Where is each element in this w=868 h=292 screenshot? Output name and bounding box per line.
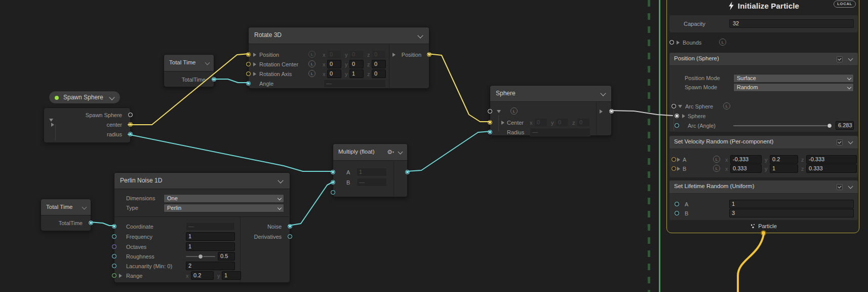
lifetime-a-field[interactable]: 1 (729, 200, 854, 208)
foldout-right-icon[interactable] (600, 110, 603, 114)
frequency-field[interactable]: 1 (186, 232, 235, 241)
chevron-down-icon[interactable] (278, 177, 283, 183)
output-port-position[interactable] (427, 52, 431, 57)
position-z-field[interactable]: 0 (372, 50, 386, 59)
velocity-b-x-field[interactable]: 0.333 (730, 164, 762, 173)
output-port-sphere[interactable] (609, 109, 614, 114)
foldout-right-icon[interactable] (677, 41, 680, 45)
chevron-down-icon[interactable] (417, 32, 423, 38)
block-enabled-checkbox[interactable] (837, 56, 843, 62)
velocity-a-z-field[interactable]: -0.333 (806, 155, 857, 164)
foldout-down-icon[interactable] (678, 105, 682, 108)
node-header[interactable]: Total Time (41, 199, 91, 215)
roughness-slider-handle[interactable] (198, 254, 203, 259)
local-space-badge[interactable]: L (308, 60, 315, 67)
local-space-badge[interactable]: L (713, 165, 720, 172)
input-port-arc-sphere[interactable] (672, 104, 676, 108)
output-port-derivatives[interactable] (288, 234, 292, 239)
local-space-badge[interactable]: L (713, 156, 720, 163)
input-port-lacunarity[interactable] (112, 264, 116, 268)
node-spawn-sphere-header[interactable]: Spawn Sphere (49, 91, 121, 104)
rotation-center-x-field[interactable]: 0 (327, 60, 341, 68)
output-port-noise[interactable] (288, 224, 292, 229)
rotation-center-z-field[interactable]: 0 (372, 60, 386, 68)
node-header[interactable]: Total Time (164, 55, 214, 71)
lacunarity-field[interactable]: 2 (186, 262, 235, 270)
node-header[interactable]: Multiply (float) ⚙▾ (333, 144, 407, 161)
input-port-velocity-b[interactable] (672, 166, 676, 171)
input-port-add-operand[interactable] (331, 190, 335, 195)
output-port-center[interactable] (128, 122, 133, 127)
input-port-roughness[interactable] (112, 254, 116, 259)
block-enabled-checkbox[interactable] (837, 184, 843, 190)
foldout-down-icon[interactable] (497, 110, 501, 113)
arc-angle-slider-track[interactable] (733, 125, 831, 126)
input-port-lifetime-b[interactable] (675, 211, 679, 215)
context-title-row[interactable]: Initialize Particle (666, 0, 861, 11)
chevron-down-icon[interactable] (848, 184, 853, 189)
local-space-badge[interactable]: L (723, 102, 730, 110)
input-port-b[interactable] (331, 180, 335, 185)
lifetime-b-field[interactable]: 3 (729, 209, 854, 217)
local-space-badge[interactable]: L (719, 39, 726, 46)
position-y-field[interactable]: 0 (349, 50, 364, 59)
input-port-position[interactable] (246, 52, 251, 57)
center-y-field[interactable]: 0 (556, 118, 569, 127)
center-z-field[interactable]: 0 (577, 118, 590, 127)
output-port-spawn-sphere[interactable] (128, 113, 133, 117)
output-port-totaltime[interactable] (89, 221, 93, 225)
velocity-b-z-field[interactable]: 0.333 (806, 164, 857, 173)
foldout-right-icon[interactable] (253, 62, 256, 66)
input-port-velocity-a[interactable] (672, 157, 676, 162)
input-port-sphere[interactable] (675, 114, 679, 118)
node-sphere[interactable]: Sphere L Center x 0 y 0 z 0 Radius — (490, 85, 612, 136)
block-enabled-checkbox[interactable] (837, 139, 843, 145)
range-x-field[interactable]: 0.2 (191, 271, 214, 280)
input-port-octaves[interactable] (112, 244, 116, 249)
input-port-range[interactable] (112, 273, 116, 278)
block-position-sphere[interactable]: Position (Sphere) Position Mode Surface … (669, 53, 858, 132)
input-port-center[interactable] (488, 120, 492, 125)
context-initialize-particle[interactable]: Initialize Particle LOCAL Capacity 32 Bo… (666, 0, 861, 292)
input-port-radius[interactable] (488, 130, 492, 134)
chevron-down-icon[interactable] (109, 94, 114, 100)
rotation-axis-x-field[interactable]: 0 (327, 69, 341, 78)
range-y-field[interactable]: 1 (222, 271, 241, 280)
velocity-a-x-field[interactable]: -0.333 (730, 155, 762, 164)
local-space-badge[interactable]: L (308, 70, 315, 77)
edge-sphere-to-initialize[interactable] (610, 111, 673, 116)
block-set-velocity-random[interactable]: Set Velocity Random (Per-component) A L … (669, 136, 858, 177)
chevron-down-icon[interactable] (205, 60, 210, 65)
node-header[interactable]: Perlin Noise 1D (114, 173, 290, 189)
center-x-field[interactable]: 0 (534, 118, 547, 127)
foldout-right-icon[interactable] (51, 123, 54, 127)
block-header[interactable]: Set Lifetime Random (Uniform) (669, 180, 858, 194)
arc-angle-slider-handle[interactable] (827, 123, 832, 128)
node-total-time-bottom[interactable]: Total Time TotalTime (41, 199, 91, 231)
block-header[interactable]: Position (Sphere) (669, 53, 858, 66)
foldout-right-icon[interactable] (253, 72, 256, 76)
chevron-down-icon[interactable] (848, 139, 853, 144)
local-space-badge[interactable]: L (510, 107, 518, 115)
output-port-radius[interactable] (128, 132, 133, 136)
input-port-angle[interactable] (246, 81, 251, 86)
block-header[interactable]: Set Velocity Random (Per-component) (669, 136, 858, 149)
node-multiply-float[interactable]: Multiply (float) ⚙▾ A 1 B — (333, 143, 408, 197)
chevron-down-icon[interactable] (82, 205, 87, 210)
foldout-right-icon[interactable] (253, 53, 256, 57)
input-port-bounds[interactable] (669, 40, 674, 45)
output-port-totaltime[interactable] (212, 77, 216, 82)
chevron-down-icon[interactable] (848, 56, 853, 61)
edge-noise-to-multiply-b[interactable] (289, 181, 334, 226)
input-port-lifetime-a[interactable] (675, 202, 679, 206)
settings-gear-icon[interactable]: ⚙▾ (387, 149, 394, 155)
input-port-frequency[interactable] (112, 234, 116, 239)
node-total-time-top[interactable]: Total Time TotalTime (164, 54, 214, 87)
input-port-rotation-center[interactable] (246, 62, 251, 66)
arc-angle-field[interactable]: 6.283 (836, 121, 854, 130)
rotation-center-y-field[interactable]: 0 (349, 60, 364, 68)
foldout-right-icon[interactable] (677, 158, 680, 162)
angle-field[interactable]: — (324, 79, 386, 88)
input-port-coordinate[interactable] (112, 224, 116, 229)
chevron-down-icon[interactable] (398, 150, 403, 155)
